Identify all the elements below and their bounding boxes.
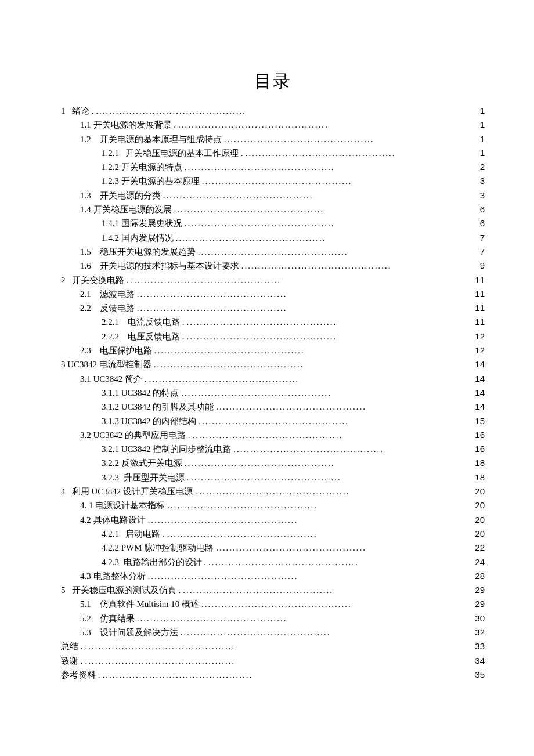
toc-entry: 1.4 开关稳压电源的发展 ..........................… <box>61 202 485 216</box>
toc-entry-label: 3.2 UC3842 的典型应用电路 . <box>80 428 190 442</box>
toc-entry: 3.1.2 UC3842 的引脚及其功能 ...................… <box>61 400 485 414</box>
toc-entry-page: 6 <box>480 216 485 230</box>
toc-entry-page: 15 <box>475 414 485 428</box>
toc-entry: 5 开关稳压电源的测试及仿真 . .......................… <box>61 583 485 597</box>
toc-entry-label: 3.1.3 UC3842 的内部结构 <box>102 414 196 428</box>
toc-entry-page: 34 <box>475 654 485 668</box>
toc-entry: 5.3 设计问题及解决方法 ..........................… <box>61 625 485 639</box>
toc-entry-label: 参考资料 . <box>61 668 100 682</box>
toc-entry-page: 6 <box>480 202 485 216</box>
toc-leader-dots: ........................................… <box>197 484 350 498</box>
toc-entry-label: 1.2.3 开关电源的基本原理 <box>102 174 200 188</box>
toc-title: 目录 <box>61 70 485 93</box>
toc-entry: 2.1 滤波电路 ...............................… <box>61 287 485 301</box>
toc-entry-label: 4.2.1 启动电路 . <box>102 527 165 541</box>
toc-entry-label: 1.3 开关电源的分类 <box>80 189 161 202</box>
toc-entry: 3.1.3 UC3842 的内部结构 .....................… <box>61 414 485 428</box>
toc-leader-dots: ........................................… <box>165 527 317 541</box>
toc-entry: 总结 . ...................................… <box>61 639 485 653</box>
toc-entry-page: 28 <box>475 569 485 583</box>
toc-entry: 3.1.1 UC3842 的特点 .......................… <box>61 386 485 400</box>
toc-entry: 1.4.2 国内发展情况 ...........................… <box>61 231 485 245</box>
toc-entry-label: 5.1 仿真软件 Multisim 10 概述 <box>80 597 199 611</box>
toc-entry-page: 32 <box>475 625 485 639</box>
toc-entry-page: 12 <box>475 330 485 343</box>
toc-entry-page: 1 <box>480 132 485 146</box>
toc-entry-label: 5 开关稳压电源的测试及仿真 . <box>61 583 181 597</box>
toc-entry: 1.2.1 开关稳压电源的基本工作原理 . ..................… <box>61 146 485 160</box>
toc-entry-label: 4.3 电路整体分析 <box>80 569 146 583</box>
toc-entry-label: 2.1 滤波电路 <box>80 287 135 301</box>
toc-entry-page: 14 <box>475 372 485 386</box>
toc-entry-page: 11 <box>475 273 485 287</box>
toc-entry: 2.2.1 电流反馈电路 . .........................… <box>61 315 485 329</box>
toc-entry-label: 4.2.2 PWM 脉冲控制驱动电路 <box>102 541 214 555</box>
toc-entry: 3 UC3842 电流型控制器 ........................… <box>61 357 485 371</box>
toc-leader-dots: ........................................… <box>185 330 337 343</box>
toc-leader-dots: ........................................… <box>182 216 335 230</box>
toc-entry: 1.4.1 国际发展史状况 ..........................… <box>61 216 485 230</box>
toc-entry-page: 1 <box>480 146 485 160</box>
toc-leader-dots: ........................................… <box>100 668 253 682</box>
toc-entry-label: 3.1.1 UC3842 的特点 <box>102 386 179 400</box>
toc-entry-page: 22 <box>475 541 485 555</box>
toc-entry-label: 1.5 稳压开关电源的发展趋势 <box>80 245 196 259</box>
toc-entry-label: 5.2 仿真结果 <box>80 612 135 625</box>
toc-leader-dots: ........................................… <box>135 612 287 625</box>
toc-leader-dots: ........................................… <box>181 583 333 597</box>
toc-entry: 1.6 开关电源的技术指标与基本设计要求 ...................… <box>61 259 485 273</box>
toc-leader-dots: ........................................… <box>146 513 298 527</box>
toc-leader-dots: ........................................… <box>222 132 374 146</box>
toc-entry-label: 1.4.1 国际发展史状况 <box>102 216 182 230</box>
toc-entry-page: 1 <box>480 118 485 132</box>
toc-entry: 4.2.2 PWM 脉冲控制驱动电路 .....................… <box>61 541 485 555</box>
toc-entry: 1.2.3 开关电源的基本原理 ........................… <box>61 174 485 188</box>
toc-entry-label: 总结 . <box>61 639 83 653</box>
toc-entry-label: 5.3 设计问题及解决方法 <box>80 625 178 639</box>
toc-entry-page: 29 <box>475 583 485 597</box>
toc-entry-label: 3.1.2 UC3842 的引脚及其功能 <box>102 400 214 414</box>
toc-entry-page: 2 <box>480 160 485 174</box>
toc-entry: 2.2.2 电压反馈电路 . .........................… <box>61 330 485 343</box>
toc-entry-page: 18 <box>475 456 485 470</box>
toc-leader-dots: ........................................… <box>172 202 324 216</box>
toc-leader-dots: ........................................… <box>174 231 326 245</box>
toc-entry: 4.2.3 电路输出部分的设计 . ......................… <box>61 555 485 569</box>
toc-entry-label: 致谢 . <box>61 654 83 668</box>
toc-leader-dots: ........................................… <box>135 287 287 301</box>
toc-entry-label: 1.4.2 国内发展情况 <box>102 231 174 245</box>
toc-entry-label: 1.4 开关稳压电源的发展 <box>80 202 172 216</box>
toc-entry-page: 12 <box>475 343 485 357</box>
toc-entry: 3.2.1 UC3842 控制的同步整流电路 .................… <box>61 442 485 456</box>
toc-leader-dots: ........................................… <box>214 541 366 555</box>
toc-leader-dots: ........................................… <box>239 259 392 273</box>
toc-leader-dots: ........................................… <box>185 315 337 329</box>
toc-leader-dots: ........................................… <box>151 357 304 371</box>
toc-entry-page: 11 <box>475 301 485 315</box>
toc-leader-dots: ........................................… <box>182 160 335 174</box>
toc-entry-label: 2.2.1 电流反馈电路 . <box>102 315 185 329</box>
toc-entry: 3.2 UC3842 的典型应用电路 . ...................… <box>61 428 485 442</box>
toc-entry-page: 14 <box>475 357 485 371</box>
toc-entry-page: 14 <box>475 386 485 400</box>
toc-leader-dots: ........................................… <box>214 400 366 414</box>
toc-leader-dots: ........................................… <box>128 273 281 287</box>
toc-leader-dots: ........................................… <box>83 639 236 653</box>
toc-leader-dots: ........................................… <box>206 555 359 569</box>
toc-entry: 2.3 电压保护电路 .............................… <box>61 343 485 357</box>
toc-entry-page: 24 <box>475 555 485 569</box>
toc-entry-label: 2 开关变换电路 . <box>61 273 128 287</box>
toc-entry: 1.5 稳压开关电源的发展趋势 ........................… <box>61 245 485 259</box>
toc-entry: 1.3 开关电源的分类 ............................… <box>61 189 485 202</box>
toc-entry: 4 利用 UC3842 设计开关稳压电源 . .................… <box>61 484 485 498</box>
toc-entry-page: 9 <box>480 259 485 273</box>
toc-leader-dots: ........................................… <box>243 146 396 160</box>
toc-entry-page: 7 <box>480 231 485 245</box>
toc-entry-page: 11 <box>475 287 485 301</box>
toc-leader-dots: ........................................… <box>161 189 313 202</box>
toc-leader-dots: ........................................… <box>83 654 236 668</box>
toc-leader-dots: ........................................… <box>182 456 335 470</box>
toc-entry: 1.2 开关电源的基本原理与组成特点 .....................… <box>61 132 485 146</box>
toc-entry-page: 14 <box>475 400 485 414</box>
toc-entry-label: 1.2 开关电源的基本原理与组成特点 <box>80 132 222 146</box>
